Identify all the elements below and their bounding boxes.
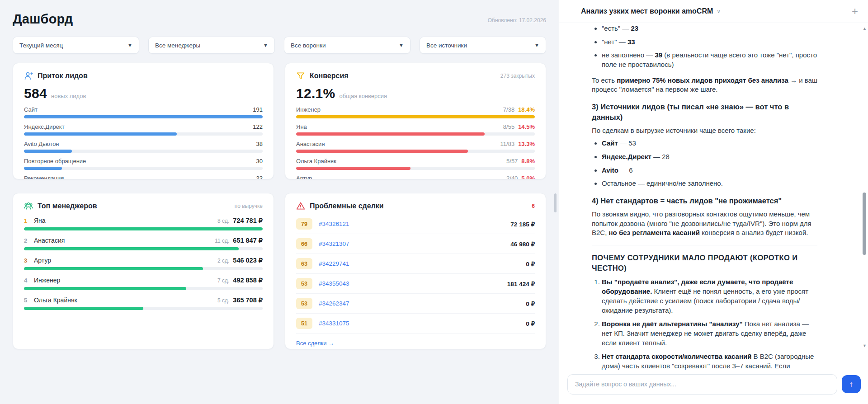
filter-bar: Текущий месяц ▼ Все менеджеры ▼ Все воро… [13, 37, 546, 54]
manager-row: 5Ольга Крайняк5 сд.365 708 ₽ [24, 296, 263, 310]
conversion-closed-count: 273 закрытых [500, 73, 535, 79]
team-icon [24, 202, 33, 211]
paragraph: По звонкам видно, что разговорных контак… [592, 210, 817, 238]
source-label: Повторное обращение [24, 158, 86, 164]
app-root: Дашборд Обновлено: 17.02.2026 Текущий ме… [0, 0, 868, 404]
deal-amount: 0 ₽ [526, 300, 535, 307]
updated-label: Обновлено: 17.02.2026 [488, 17, 546, 23]
leads-bar [24, 115, 263, 118]
deals-count: 8 сд. [217, 218, 229, 224]
deal-row: 66 #34321307 46 980 ₽ [296, 234, 535, 254]
conversion-row: Яна 8/5514.5% [296, 123, 535, 136]
deal-link[interactable]: #34326121 [319, 221, 349, 227]
manager-label: Яна [296, 123, 307, 130]
leads-row: Яндекс.Директ122 [24, 123, 263, 136]
manager-name: Анастасия [34, 237, 65, 244]
source-value: 122 [253, 123, 263, 130]
deals-count: 7 сд. [217, 277, 229, 284]
chat-scrollbar[interactable]: ▲ ▼ [862, 26, 868, 348]
leads-row: Повторное обращение30 [24, 158, 263, 170]
manager-row: 1Яна8 сд.724 781 ₽ [24, 217, 263, 230]
deals-count: 5 сд. [217, 297, 229, 304]
list-item: "нет" — 33 [602, 38, 817, 47]
pipelines-select[interactable]: Все воронки ▼ [284, 37, 410, 54]
revenue-bar [24, 247, 239, 250]
rank-number: 1 [24, 217, 34, 224]
paragraph: То есть примерно 75% новых лидов приходя… [592, 76, 817, 94]
list-item: не заполнено — 39 (в реальности чаще все… [602, 51, 817, 69]
cards-grid: Приток лидов 584 новых лидов Сайт191 Янд… [13, 63, 546, 349]
dashboard-header: Дашборд Обновлено: 17.02.2026 [13, 12, 546, 27]
revenue-amount: 365 708 ₽ [233, 296, 263, 304]
send-button[interactable]: ↑ [842, 375, 861, 393]
revenue-bar [24, 307, 143, 310]
managers-select[interactable]: Все менеджеры ▼ [148, 37, 275, 54]
chevron-down-icon[interactable]: ∨ [717, 8, 721, 14]
question-input[interactable] [567, 374, 837, 395]
deal-link[interactable]: #34321307 [319, 240, 349, 247]
problem-deals-count: 6 [532, 203, 535, 209]
ratio-value: 7/38 [503, 106, 514, 113]
revenue-bar [24, 287, 186, 290]
manager-name: Ольга Крайняк [34, 296, 77, 304]
page-title: Дашборд [13, 12, 73, 27]
chat-scrollbar-thumb[interactable] [863, 193, 866, 255]
chat-panel: Анализ узких мест воронки amoCRM ∨ + "ес… [559, 0, 868, 404]
conversion-row: Ольга Крайняк 5/578.8% [296, 158, 535, 170]
pct-value: 13.3% [518, 141, 535, 147]
sources-select[interactable]: Все источники ▼ [420, 37, 546, 54]
problem-deals-title: Проблемные сделки [310, 202, 384, 210]
chevron-down-icon: ▼ [127, 42, 132, 48]
dashboard-scrollbar-thumb[interactable] [554, 193, 557, 212]
chevron-down-icon: ▼ [534, 42, 539, 48]
conversion-row: Артур 2/405.0% [296, 175, 535, 179]
leads-card: Приток лидов 584 новых лидов Сайт191 Янд… [13, 63, 274, 179]
list-item: Воронка не даёт альтернативы "анализу" П… [602, 319, 817, 348]
new-chat-button[interactable]: + [852, 6, 858, 17]
scroll-up-arrow-icon[interactable]: ▲ [862, 26, 868, 31]
leads-row: Рекомендация22 [24, 175, 263, 179]
risk-score-badge: 66 [296, 238, 312, 249]
source-value: 22 [256, 175, 263, 179]
deal-amount: 0 ₽ [526, 260, 535, 268]
leads-row: Сайт191 [24, 106, 263, 118]
manager-label: Инженер [296, 106, 321, 113]
section-heading-caps: ПОЧЕМУ СОТРУДНИКИ МАЛО ПРОДАЮТ (КОРОТКО … [592, 253, 817, 273]
list-item: Avito — 6 [602, 166, 817, 175]
deal-link[interactable]: #34229741 [319, 260, 349, 267]
pct-value: 14.5% [518, 123, 535, 130]
source-label: Яндекс.Директ [24, 123, 65, 130]
dashboard-panel: Дашборд Обновлено: 17.02.2026 Текущий ме… [0, 0, 559, 404]
user-plus-icon [24, 71, 33, 80]
manager-label: Артур [296, 175, 312, 179]
chat-message: "есть" — 23 "нет" — 33 не заполнено — 39… [559, 23, 868, 370]
deal-link[interactable]: #34262347 [319, 300, 349, 307]
conversion-card-title: Конверсия [310, 72, 349, 80]
list-item: Яндекс.Директ — 28 [602, 152, 817, 162]
bullet-list: "есть" — 23 "нет" — 33 не заполнено — 39… [592, 24, 817, 70]
risk-score-badge: 53 [296, 298, 312, 309]
period-select[interactable]: Текущий месяц ▼ [13, 37, 139, 54]
conversion-bar [296, 132, 485, 136]
all-deals-link[interactable]: Все сделки → [296, 340, 334, 347]
deal-link[interactable]: #34331075 [319, 320, 349, 327]
top-managers-title: Топ менеджеров [38, 202, 97, 210]
rank-number: 4 [24, 277, 34, 284]
revenue-bar [24, 267, 203, 270]
deal-link[interactable]: #34355043 [319, 280, 349, 287]
risk-score-badge: 53 [296, 278, 312, 289]
manager-label: Ольга Крайняк [296, 158, 336, 164]
chat-input-bar: ↑ [559, 370, 868, 404]
conversion-row: Инженер 7/3818.4% [296, 106, 535, 118]
conversion-total-label: общая конверсия [340, 93, 387, 99]
problem-deals-card: Проблемные сделки 6 79 #34326121 72 185 … [285, 193, 546, 349]
list-item: Сайт — 53 [602, 139, 817, 148]
source-label: Рекомендация [24, 175, 64, 179]
scroll-down-arrow-icon[interactable]: ▼ [862, 343, 868, 348]
deal-row: 53 #34262347 0 ₽ [296, 294, 535, 314]
list-item: Вы "продаёте анализ", даже если думаете,… [602, 277, 817, 315]
manager-row: 4Инженер7 сд.492 858 ₽ [24, 277, 263, 290]
revenue-bar [24, 227, 263, 230]
chevron-down-icon: ▼ [399, 42, 404, 48]
source-label: Сайт [24, 106, 38, 113]
